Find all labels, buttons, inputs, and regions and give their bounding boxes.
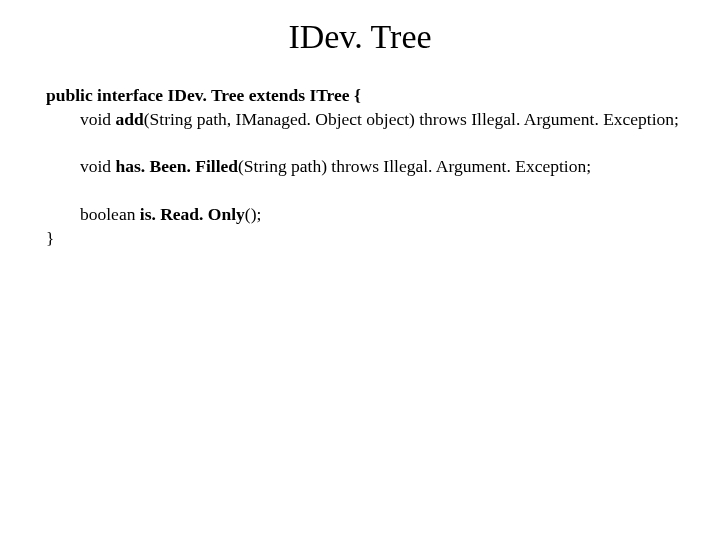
method-add-pre: void xyxy=(80,109,116,129)
interface-decl-line: public interface IDev. Tree extends ITre… xyxy=(46,84,690,108)
method-add-line: void add(String path, IManaged. Object o… xyxy=(46,108,690,132)
code-body: public interface IDev. Tree extends ITre… xyxy=(0,84,720,250)
slide: IDev. Tree public interface IDev. Tree e… xyxy=(0,18,720,540)
method-hasbeenfilled-line: void has. Been. Filled(String path) thro… xyxy=(46,155,690,179)
method-iro-post: (); xyxy=(245,204,262,224)
method-isreadonly-line: boolean is. Read. Only(); xyxy=(46,203,690,227)
method-hbf-pre: void xyxy=(80,156,116,176)
slide-title: IDev. Tree xyxy=(0,18,720,56)
method-hbf-post: (String path) throws Illegal. Argument. … xyxy=(238,156,591,176)
method-hbf-name: has. Been. Filled xyxy=(116,156,239,176)
close-brace: } xyxy=(46,227,690,251)
method-iro-pre: boolean xyxy=(80,204,140,224)
method-iro-name: is. Read. Only xyxy=(140,204,245,224)
method-add-post: (String path, IManaged. Object object) t… xyxy=(144,109,679,129)
method-add-name: add xyxy=(116,109,144,129)
interface-decl-text: public interface IDev. Tree extends ITre… xyxy=(46,85,361,105)
